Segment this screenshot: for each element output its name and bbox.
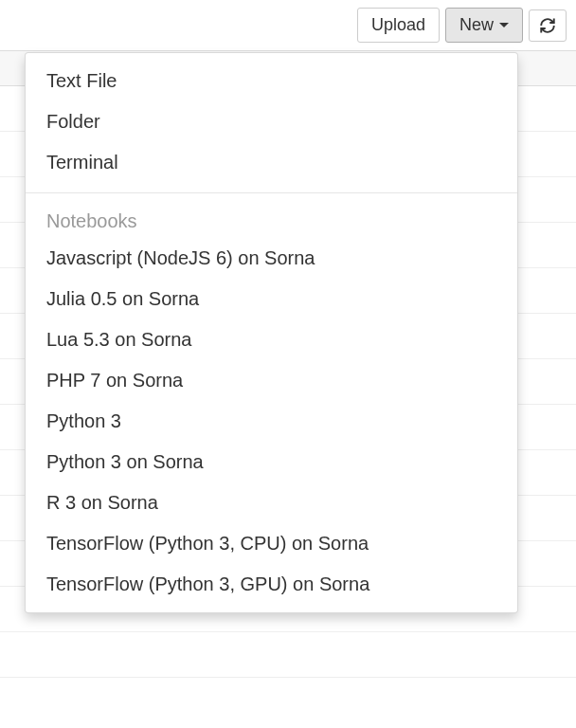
menu-item-notebook[interactable]: Python 3 xyxy=(26,401,517,442)
menu-item-notebook[interactable]: Javascript (NodeJS 6) on Sorna xyxy=(26,238,517,279)
upload-label: Upload xyxy=(371,15,425,35)
menu-item-notebook[interactable]: Julia 0.5 on Sorna xyxy=(26,279,517,319)
toolbar: Upload New xyxy=(0,0,576,50)
menu-header-notebooks: Notebooks xyxy=(26,203,517,238)
new-button[interactable]: New xyxy=(445,8,523,43)
menu-item-terminal[interactable]: Terminal xyxy=(26,142,517,183)
menu-item-notebook[interactable]: Python 3 on Sorna xyxy=(26,442,517,482)
menu-item-notebook[interactable]: TensorFlow (Python 3, GPU) on Sorna xyxy=(26,564,517,605)
refresh-icon xyxy=(539,17,556,34)
menu-item-folder[interactable]: Folder xyxy=(26,101,517,142)
refresh-button[interactable] xyxy=(529,9,567,42)
menu-divider xyxy=(26,192,517,193)
menu-item-notebook[interactable]: TensorFlow (Python 3, CPU) on Sorna xyxy=(26,523,517,564)
list-item[interactable] xyxy=(0,632,576,678)
menu-item-text-file[interactable]: Text File xyxy=(26,61,517,101)
content-area: Text File Folder Terminal Notebooks Java… xyxy=(0,50,576,678)
new-dropdown-menu: Text File Folder Terminal Notebooks Java… xyxy=(25,52,518,613)
menu-item-notebook[interactable]: Lua 5.3 on Sorna xyxy=(26,319,517,360)
upload-button[interactable]: Upload xyxy=(357,8,440,43)
menu-item-notebook[interactable]: PHP 7 on Sorna xyxy=(26,360,517,401)
chevron-down-icon xyxy=(499,23,509,27)
menu-item-notebook[interactable]: R 3 on Sorna xyxy=(26,482,517,523)
new-label: New xyxy=(459,15,494,35)
